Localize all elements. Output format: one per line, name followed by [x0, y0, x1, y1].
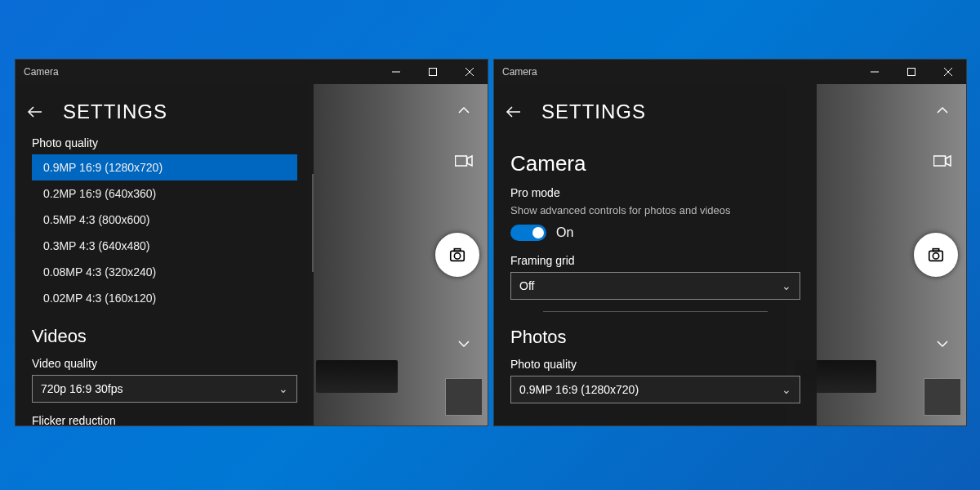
video-mode-icon[interactable] — [926, 145, 959, 177]
svg-rect-1 — [429, 69, 436, 76]
pro-mode-toggle[interactable] — [510, 225, 546, 241]
svg-rect-8 — [454, 249, 460, 252]
photo-quality-option[interactable]: 0.9MP 16:9 (1280x720) — [32, 154, 297, 180]
photo-quality-label: Photo quality — [32, 136, 297, 149]
maximize-button[interactable] — [893, 60, 929, 84]
video-quality-value: 720p 16:9 30fps — [41, 382, 122, 395]
photo-quality-option[interactable]: 0.2MP 16:9 (640x360) — [32, 180, 297, 207]
video-mode-icon[interactable] — [448, 145, 480, 177]
svg-point-7 — [454, 253, 460, 259]
gallery-thumbnail[interactable] — [924, 378, 961, 416]
photos-heading: Photos — [510, 327, 800, 348]
videos-heading: Videos — [32, 326, 297, 347]
titlebar: Camera — [494, 60, 966, 84]
chevron-down-icon: ⌄ — [278, 382, 288, 395]
chevron-up-icon[interactable] — [926, 94, 959, 127]
back-button[interactable] — [497, 96, 530, 128]
video-quality-label: Video quality — [32, 357, 297, 370]
settings-title: SETTINGS — [541, 100, 646, 123]
chevron-down-icon: ⌄ — [782, 279, 791, 292]
svg-point-17 — [933, 253, 938, 259]
chevron-down-icon[interactable] — [448, 327, 480, 360]
chevron-up-icon[interactable] — [448, 94, 480, 127]
pro-mode-desc: Show advanced controls for photos and vi… — [510, 204, 800, 216]
framing-grid-label: Framing grid — [510, 254, 800, 267]
photo-quality-option[interactable]: 0.3MP 4:3 (640x480) — [32, 233, 297, 259]
camera-heading: Camera — [510, 151, 800, 176]
titlebar: Camera — [16, 60, 488, 84]
svg-rect-11 — [907, 69, 915, 76]
chevron-down-icon: ⌄ — [782, 383, 791, 396]
close-button[interactable] — [929, 60, 966, 84]
framing-grid-select[interactable]: Off ⌄ — [510, 272, 800, 300]
pro-mode-state: On — [556, 225, 573, 240]
photo-quality-option[interactable]: 0.08MP 4:3 (320x240) — [32, 259, 297, 285]
svg-marker-5 — [467, 156, 472, 166]
svg-rect-14 — [934, 156, 946, 166]
settings-title: SETTINGS — [63, 100, 167, 123]
photo-quality-list: 0.9MP 16:9 (1280x720) 0.2MP 16:9 (640x36… — [32, 154, 297, 311]
photo-quality-select[interactable]: 0.9MP 16:9 (1280x720) ⌄ — [510, 376, 800, 403]
pro-mode-label: Pro mode — [510, 186, 800, 199]
window-title: Camera — [24, 66, 59, 78]
divider — [543, 311, 768, 312]
flicker-label: Flicker reduction — [32, 414, 297, 425]
photo-quality-option[interactable]: 0.02MP 4:3 (160x120) — [32, 285, 297, 311]
video-quality-select[interactable]: 720p 16:9 30fps ⌄ — [32, 375, 297, 403]
svg-marker-15 — [946, 156, 951, 166]
settings-panel: SETTINGS Photo quality 0.9MP 16:9 (1280x… — [16, 84, 314, 425]
photo-quality-label: Photo quality — [510, 358, 800, 371]
window-title: Camera — [502, 66, 537, 78]
svg-rect-18 — [933, 249, 938, 252]
shutter-button[interactable] — [914, 233, 958, 277]
shutter-button[interactable] — [435, 233, 479, 277]
settings-panel: SETTINGS Camera Pro mode Show advanced c… — [494, 84, 817, 425]
minimize-button[interactable] — [377, 60, 414, 84]
maximize-button[interactable] — [414, 60, 451, 84]
svg-rect-4 — [456, 156, 467, 166]
chevron-down-icon[interactable] — [926, 327, 959, 360]
gallery-thumbnail[interactable] — [445, 378, 483, 416]
minimize-button[interactable] — [856, 60, 893, 84]
photo-quality-value: 0.9MP 16:9 (1280x720) — [519, 383, 639, 396]
framing-grid-value: Off — [519, 279, 534, 292]
close-button[interactable] — [451, 60, 488, 84]
scrollbar[interactable] — [312, 174, 314, 272]
back-button[interactable] — [19, 96, 51, 128]
photo-quality-option[interactable]: 0.5MP 4:3 (800x600) — [32, 207, 297, 233]
